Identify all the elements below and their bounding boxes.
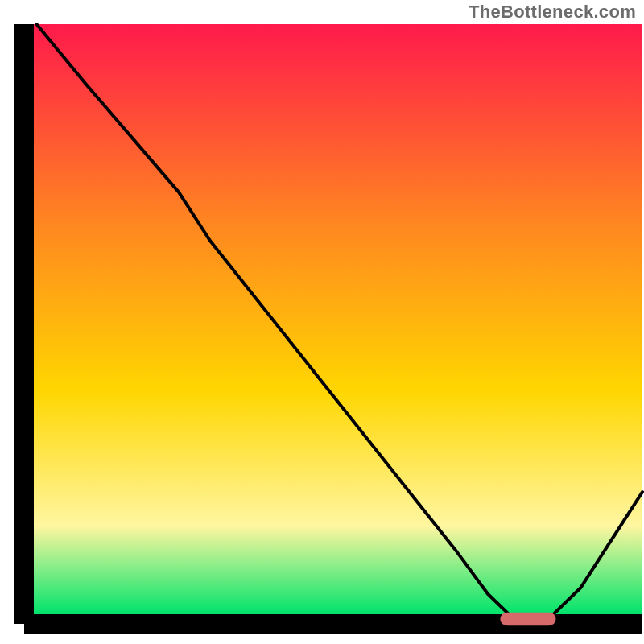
watermark-text: TheBottleneck.com (469, 2, 636, 23)
plot-background (34, 24, 642, 614)
chart-container: TheBottleneck.com (0, 0, 644, 644)
optimal-range-marker (500, 613, 555, 625)
bottleneck-chart (0, 0, 644, 644)
